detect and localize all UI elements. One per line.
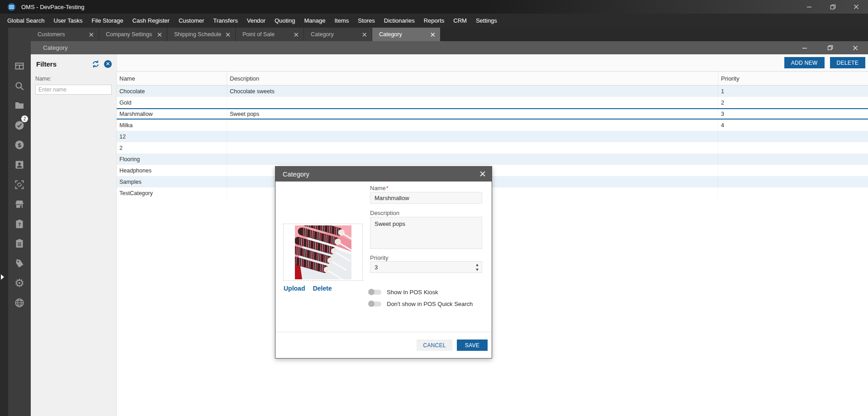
- cell-priority: 4: [718, 120, 868, 131]
- table-row-milka[interactable]: Milka4: [117, 120, 868, 131]
- tab-company-settings-2[interactable]: Company Settings✕: [99, 28, 167, 41]
- menu-item-reports[interactable]: Reports: [419, 14, 449, 28]
- menu-item-vendor[interactable]: Vendor: [242, 14, 270, 28]
- sidebar-item-gear[interactable]: ⚙: [9, 275, 30, 292]
- sidebar-item-search[interactable]: [9, 78, 30, 94]
- tab-shipping-schedule-3[interactable]: Shipping Schedule✕: [167, 28, 235, 41]
- table-row-12[interactable]: 12: [117, 131, 868, 142]
- cell-name: Samples: [117, 176, 227, 187]
- table-row-chocolate[interactable]: ChocolateChocolate sweets1: [117, 86, 868, 97]
- restore-icon[interactable]: [821, 0, 844, 14]
- menu-item-global-search[interactable]: Global Search: [3, 14, 49, 28]
- close-icon[interactable]: [844, 0, 868, 14]
- dialog-description-input[interactable]: Sweet pops: [370, 217, 482, 249]
- page-minimize-icon[interactable]: [792, 41, 817, 54]
- tab-close-icon[interactable]: ✕: [290, 31, 299, 38]
- sidebar-item-tasks-check[interactable]: 2: [9, 117, 30, 134]
- cell-name: 2: [117, 142, 227, 153]
- filters-title: Filters: [36, 60, 91, 68]
- sidebar-item-dashboard[interactable]: [9, 58, 30, 74]
- cell-description: [227, 120, 718, 131]
- menu-item-file-storage[interactable]: File Storage: [87, 14, 128, 28]
- menu-item-user-tasks[interactable]: User Tasks: [49, 14, 87, 28]
- app-logo-icon: [8, 3, 15, 11]
- dialog-close-icon[interactable]: ✕: [479, 170, 486, 178]
- cell-name: Gold: [117, 97, 227, 108]
- toggle-label: Show In POS Kiosk: [387, 289, 438, 296]
- table-row-flooring[interactable]: Flooring: [117, 153, 868, 165]
- tabbar: Customers✕Company Settings✕Shipping Sche…: [31, 28, 868, 41]
- page-close-icon[interactable]: [843, 41, 868, 54]
- sidebar-item-clipboard-question[interactable]: ?: [9, 216, 30, 232]
- filters-panel: Filters ✕ Name:: [31, 54, 117, 416]
- menu-item-customer[interactable]: Customer: [174, 14, 209, 28]
- table-row-headphones[interactable]: Headphones: [117, 165, 868, 176]
- menu-item-cash-register[interactable]: Cash Register: [128, 14, 174, 28]
- save-button[interactable]: SAVE: [457, 339, 488, 351]
- tab-point-of-sale-4[interactable]: Point of Sale✕: [236, 28, 304, 41]
- menu-item-crm[interactable]: CRM: [449, 14, 471, 28]
- dialog-name-input[interactable]: [370, 192, 482, 204]
- cell-priority: [718, 187, 868, 199]
- column-header-name[interactable]: Name: [117, 72, 227, 85]
- dialog-priority-input[interactable]: [370, 261, 482, 273]
- sidebar-item-globe[interactable]: [9, 295, 30, 311]
- table-row-testcategory[interactable]: TestCategory: [117, 187, 868, 199]
- column-header-description[interactable]: Description: [227, 72, 718, 85]
- menu-item-manage[interactable]: Manage: [299, 14, 330, 28]
- sidebar-item-store[interactable]: [9, 196, 30, 212]
- delete-button[interactable]: DELETE: [830, 57, 865, 68]
- cell-description: [227, 153, 718, 165]
- dialog-footer: CANCEL SAVE: [275, 332, 492, 358]
- tag-icon: [14, 258, 25, 269]
- gear-icon: ⚙: [14, 277, 24, 289]
- sidebar-item-dollar[interactable]: $: [9, 137, 30, 153]
- tab-label: Shipping Schedule: [174, 31, 222, 38]
- delete-image-link[interactable]: Delete: [313, 285, 332, 292]
- priority-spin-down-icon[interactable]: ▼: [474, 267, 480, 272]
- tab-category-6[interactable]: Category✕: [372, 28, 440, 41]
- tab-close-icon[interactable]: ✕: [154, 31, 162, 38]
- upload-link[interactable]: Upload: [284, 285, 305, 292]
- table-row-gold[interactable]: Gold2: [117, 97, 868, 108]
- sidebar-item-sync[interactable]: [9, 177, 30, 193]
- priority-spin-up-icon[interactable]: ▲: [474, 262, 480, 267]
- table-row-samples[interactable]: Samples: [117, 176, 868, 187]
- tab-close-icon[interactable]: ✕: [85, 31, 94, 38]
- column-header-priority[interactable]: Priority: [718, 72, 868, 85]
- tab-customers-1[interactable]: Customers✕: [31, 28, 99, 41]
- sidebar-item-contact[interactable]: [9, 157, 30, 173]
- toggle-switch-off[interactable]: [369, 290, 381, 295]
- tab-close-icon[interactable]: ✕: [427, 31, 436, 38]
- cancel-button[interactable]: CANCEL: [417, 339, 452, 351]
- menu-item-settings[interactable]: Settings: [471, 14, 502, 28]
- page-restore-icon[interactable]: [817, 41, 843, 54]
- minimize-icon[interactable]: [797, 0, 821, 14]
- sidebar-collapse-strip[interactable]: [0, 28, 8, 416]
- sidebar-item-folder[interactable]: [9, 97, 30, 114]
- menu-item-transfers[interactable]: Transfers: [209, 14, 242, 28]
- sidebar-expander-arrow-icon[interactable]: [1, 274, 4, 280]
- filter-name-input[interactable]: [35, 85, 112, 95]
- sidebar-item-clipboard-list[interactable]: [9, 235, 30, 252]
- menu-item-quoting[interactable]: Quoting: [270, 14, 300, 28]
- tab-close-icon[interactable]: ✕: [359, 31, 367, 38]
- table-row-marshmallow[interactable]: MarshmallowSweet pops3: [117, 108, 868, 120]
- tab-close-icon[interactable]: ✕: [222, 31, 231, 38]
- add-new-button[interactable]: ADD NEW: [784, 57, 825, 68]
- toggle-row-show-in-pos-kiosk: Show In POS Kiosk: [369, 289, 438, 296]
- toggle-switch-off[interactable]: [369, 301, 381, 306]
- menu-item-stores[interactable]: Stores: [353, 14, 379, 28]
- dialog-titlebar: Category ✕: [275, 167, 492, 182]
- window-controls: [797, 0, 868, 14]
- sidebar-item-tag[interactable]: [9, 255, 30, 272]
- clear-filters-icon[interactable]: ✕: [104, 60, 112, 68]
- menu-item-dictionaries[interactable]: Dictionaries: [379, 14, 419, 28]
- refresh-icon[interactable]: [91, 59, 100, 68]
- table-row-2[interactable]: 2: [117, 142, 868, 153]
- cell-priority: [718, 176, 868, 187]
- tab-label: Customers: [38, 31, 85, 38]
- cell-description: [227, 97, 718, 108]
- tab-category-5[interactable]: Category✕: [304, 28, 372, 41]
- menu-item-items[interactable]: Items: [330, 14, 353, 28]
